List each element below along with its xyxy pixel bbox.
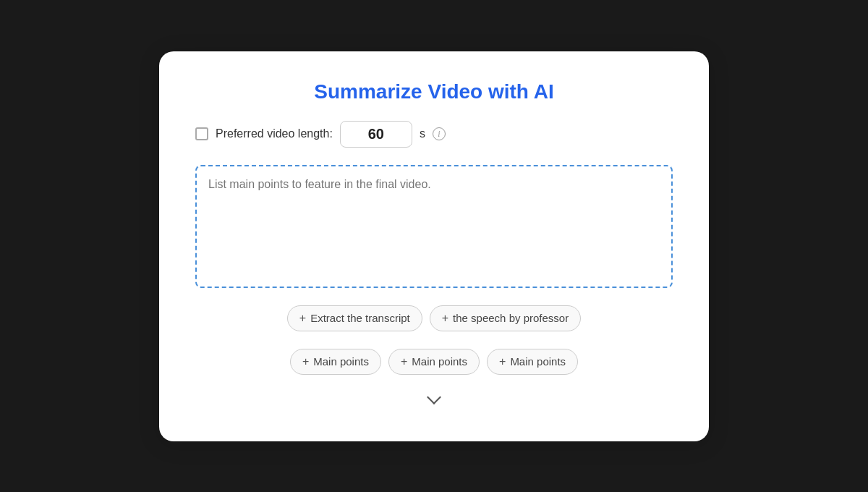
prompt-textarea[interactable] (208, 178, 660, 272)
main-card: Summarize Video with AI Preferred video … (159, 51, 709, 441)
chip-label: Extract the transcript (310, 312, 410, 324)
chip-main-points-3[interactable]: + Main points (487, 349, 578, 375)
chip-plus-icon: + (299, 312, 306, 325)
video-length-row: Preferred video length: s i (195, 121, 673, 148)
chip-label: Main points (412, 355, 467, 368)
chip-label: Main points (313, 355, 369, 368)
chip-main-points-2[interactable]: + Main points (388, 349, 480, 375)
chip-plus-icon: + (401, 355, 407, 368)
chip-label: Main points (510, 355, 566, 368)
chevron-down-icon (427, 390, 441, 404)
prompt-textarea-container (195, 165, 673, 288)
chip-speech-by-professor[interactable]: + the speech by professor (430, 305, 581, 331)
page-title: Summarize Video with AI (314, 80, 553, 103)
chip-plus-icon: + (302, 355, 309, 368)
chip-main-points-1[interactable]: + Main points (290, 349, 381, 375)
info-icon[interactable]: i (433, 127, 446, 140)
chip-label: the speech by professor (453, 312, 569, 324)
video-length-label: Preferred video length: (216, 127, 333, 140)
video-length-checkbox[interactable] (195, 127, 208, 140)
chip-plus-icon: + (442, 312, 448, 325)
video-length-unit: s (420, 127, 425, 140)
video-length-input[interactable] (340, 121, 412, 148)
chip-extract-transcript[interactable]: + Extract the transcript (287, 305, 422, 331)
suggestions-row-2: + Main points + Main points + Main point… (195, 349, 673, 375)
suggestions-row-1: + Extract the transcript + the speech by… (195, 305, 673, 331)
expand-suggestions-button[interactable] (423, 392, 445, 405)
chip-plus-icon: + (499, 355, 506, 368)
